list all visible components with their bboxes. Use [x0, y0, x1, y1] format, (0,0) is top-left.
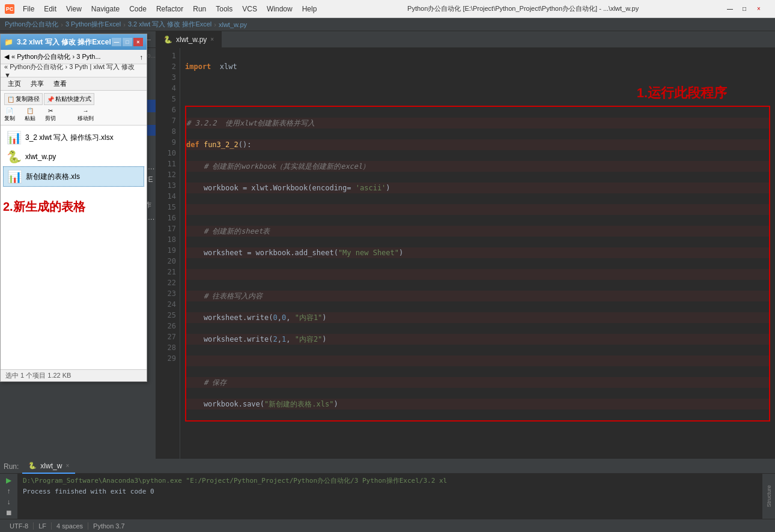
windows-explorer: 📁 3.2 xlwt 写入 修改 操作Excel — □ × ◀ « Pytho… — [0, 34, 147, 382]
editor-tab-bar: 🐍 xlwt_w.py × — [156, 31, 775, 48]
tab-label-xlwt: xlwt_w.py — [176, 35, 207, 44]
menu-edit[interactable]: Edit — [39, 4, 61, 14]
paste-icon: 📋 — [26, 107, 34, 114]
we-status-bar: 选中 1 个项目 1.22 KB — [1, 369, 147, 381]
run-tab-xlwt[interactable]: 🐍 xlwt_w × — [22, 459, 75, 474]
menu-run[interactable]: Run — [188, 4, 211, 14]
close-button[interactable]: × — [753, 4, 764, 14]
run-up-button[interactable]: ↑ — [2, 487, 16, 495]
run-output: D:\Program_Software\Anaconda3\python.exe… — [18, 474, 762, 519]
we-title-bar: 📁 3.2 xlwt 写入 修改 操作Excel — □ × — [1, 34, 147, 50]
code-content[interactable]: import xlwt # 3.2.2 使用xlwt创建新表格并写入 def f… — [180, 48, 775, 459]
cut-label: 剪切 — [45, 115, 56, 122]
maximize-button[interactable]: □ — [739, 4, 750, 14]
we-btn-move[interactable]: → 移动到 — [78, 107, 94, 122]
menu-vcs[interactable]: VCS — [237, 4, 262, 14]
run-row: ▶ ↑ ↓ ⏹ D:\Program_Software\Anaconda3\py… — [0, 474, 775, 519]
annotation-area: 2.新生成的表格 — [3, 199, 144, 215]
line-numbers: 12345 678910 1112131415 1617181920 21222… — [156, 48, 180, 459]
we-btn-copy[interactable]: 📄 复制 — [4, 107, 15, 122]
move-icon: → — [83, 107, 89, 114]
py-file-icon-we: 🐍 — [7, 150, 22, 164]
we-btn-paste[interactable]: 📋 粘贴 — [25, 107, 35, 122]
copy-icon: 📄 — [6, 107, 13, 114]
menu-window[interactable]: Window — [262, 4, 297, 14]
breadcrumb-item-2[interactable]: 3 Python操作Excel — [65, 20, 121, 29]
we-up-icon[interactable]: ↑ — [140, 53, 144, 61]
xlsx-filename: 3_2 xlwt 写入 操作练习.xlsx — [25, 133, 114, 143]
code-area: 12345 678910 1112131415 1617181920 21222… — [156, 48, 775, 459]
menu-tools[interactable]: Tools — [211, 4, 237, 14]
paste-shortcut-icon: 📌 — [47, 96, 54, 103]
breadcrumb-item-3[interactable]: 3.2 xlwt 写入 修改 操作Excel — [128, 20, 211, 29]
status-bar: UTF-8 LF 4 spaces Python 3.7 — [0, 519, 775, 532]
we-toolbar: 📋 复制路径 📌 粘贴快捷方式 📄 复制 📋 粘贴 ✂ 剪切 — [1, 91, 147, 125]
run-play-button[interactable]: ▶ — [2, 476, 16, 485]
we-path-icons: ↑ — [140, 53, 144, 61]
menu-code[interactable]: Code — [124, 4, 151, 14]
menu-help[interactable]: Help — [297, 4, 322, 14]
run-tab-icon: 🐍 — [28, 462, 37, 470]
we-menu-home[interactable]: 主页 — [3, 78, 26, 89]
paste-label: 粘贴 — [25, 115, 35, 122]
menu-refactor[interactable]: Refactor — [151, 4, 188, 14]
menu-view[interactable]: View — [61, 4, 87, 14]
run-down-button[interactable]: ↓ — [2, 498, 16, 506]
we-menu-share[interactable]: 共享 — [26, 78, 49, 89]
we-btn-copy-path[interactable]: 📋 复制路径 — [4, 93, 43, 105]
we-btn-cut[interactable]: ✂ 剪切 — [45, 107, 56, 122]
structure-panel: Structure — [762, 474, 775, 519]
copy-label: 复制 — [4, 115, 15, 122]
run-tab-bar: Run: 🐍 xlwt_w × — [0, 459, 775, 474]
status-encoding: UTF-8 — [5, 522, 34, 530]
menu-file[interactable]: File — [18, 4, 39, 14]
we-file-list: 📊 3_2 xlwt 写入 操作练习.xlsx 🐍 xlwt_w.py 📊 新创… — [1, 125, 147, 369]
move-label: 移动到 — [78, 115, 94, 122]
title-bar: PC File Edit View Navigate Code Refactor… — [0, 0, 775, 18]
structure-label: Structure — [766, 485, 772, 507]
run-output-line: Process finished with exit code 0 — [23, 488, 757, 495]
app-icon: PC — [5, 4, 14, 14]
copy-path-icon: 📋 — [7, 96, 14, 103]
run-label: Run: — [4, 462, 19, 471]
menu-navigate[interactable]: Navigate — [87, 4, 124, 14]
we-minimize-btn[interactable]: — — [112, 38, 121, 46]
status-indent: 4 spaces — [52, 522, 88, 530]
cut-icon: ✂ — [48, 107, 53, 114]
run-command-line: D:\Program_Software\Anaconda3\python.exe… — [23, 476, 757, 485]
paste-shortcut-label: 粘贴快捷方式 — [55, 95, 91, 103]
run-tab-close-icon[interactable]: × — [65, 462, 69, 469]
code-editor: 🐍 xlwt_w.py × 12345 678910 1112131415 16… — [156, 31, 775, 459]
run-stop-button[interactable]: ⏹ — [2, 509, 16, 517]
we-maximize-btn[interactable]: □ — [123, 38, 132, 46]
minimize-button[interactable]: — — [725, 4, 735, 14]
we-file-py[interactable]: 🐍 xlwt_w.py — [3, 147, 144, 166]
breadcrumb-item-4[interactable]: xlwt_w.py — [219, 21, 247, 28]
we-path-suffix: 3 Pyth... — [76, 53, 100, 60]
we-file-xlsx[interactable]: 📊 3_2 xlwt 写入 操作练习.xlsx — [3, 128, 144, 147]
we-close-btn[interactable]: × — [133, 38, 143, 46]
ide-breadcrumb: Python办公自动化 › 3 Python操作Excel › 3.2 xlwt… — [0, 18, 775, 31]
breadcrumb-sep-3: › — [214, 21, 216, 28]
copy-path-label: 复制路径 — [16, 95, 40, 103]
we-controls: — □ × — [112, 38, 143, 46]
run-tab-name: xlwt_w — [40, 462, 62, 470]
editor-tab-xlwt[interactable]: 🐍 xlwt_w.py × — [156, 31, 222, 48]
breadcrumb-item-1[interactable]: Python办公自动化 — [5, 20, 58, 29]
tab-close-icon[interactable]: × — [210, 36, 214, 43]
we-toolbar-row2: 📄 复制 📋 粘贴 ✂ 剪切 → 移动到 — [4, 107, 143, 122]
window-title: Python办公自动化 [E:\Project\Python_Project\P… — [321, 4, 725, 13]
we-file-xls-selected[interactable]: 📊 新创建的表格.xls — [3, 166, 144, 187]
annotation-left: 2.新生成的表格 — [3, 199, 85, 215]
we-btn-paste-shortcut[interactable]: 📌 粘贴快捷方式 — [44, 93, 94, 105]
we-back-icon[interactable]: ◀ — [4, 53, 9, 61]
xls-file-icon: 📊 — [7, 169, 22, 184]
run-panel: Run: 🐍 xlwt_w × ▶ ↑ ↓ ⏹ D:\Program_Softw… — [0, 459, 775, 519]
we-status-text: 选中 1 个项目 1.22 KB — [5, 371, 71, 380]
we-path-prefix: « Python办公自动化 › — [11, 53, 76, 60]
we-menu-view[interactable]: 查看 — [49, 78, 71, 89]
window-controls: — □ × — [725, 4, 764, 14]
status-line-sep: LF — [34, 522, 52, 530]
we-menu-bar: 主页 共享 查看 — [1, 77, 147, 91]
tab-icon-py: 🐍 — [163, 35, 172, 44]
